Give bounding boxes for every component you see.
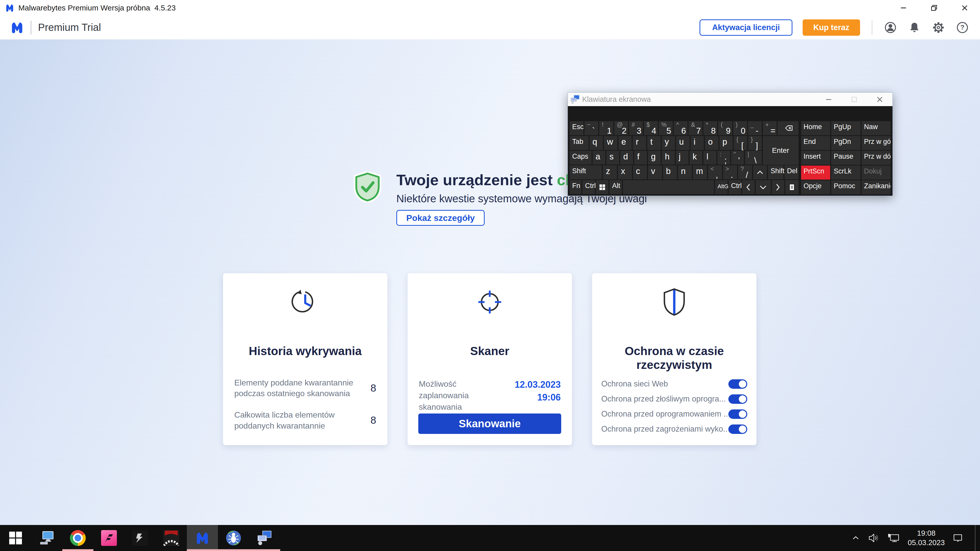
key-9[interactable]: (9 (718, 121, 732, 135)
key-shift-right[interactable]: Shift (768, 165, 783, 179)
taskbar-item-malwarebytes[interactable] (187, 525, 218, 551)
key-h[interactable]: h (662, 151, 675, 165)
key-backslash[interactable]: |\ (745, 151, 762, 165)
key-esc[interactable]: Esc (570, 121, 584, 135)
key-ctrl-left[interactable]: Ctrl (582, 180, 595, 194)
taskbar-item-on-screen-keyboard[interactable] (249, 525, 280, 551)
scan-schedule-datetime[interactable]: 12.03.2023 19:06 (515, 378, 561, 413)
account-icon[interactable] (884, 21, 897, 34)
key-a[interactable]: a (593, 151, 605, 165)
taskbar-item-this-pc[interactable] (31, 525, 62, 551)
key-u[interactable]: u (676, 136, 690, 150)
key-scrlk[interactable]: ScrLk (831, 165, 860, 179)
key-menu[interactable] (785, 180, 799, 194)
tray-show-hidden-icons[interactable] (851, 535, 860, 541)
buy-now-button[interactable]: Kup teraz (803, 19, 860, 36)
key-altgr[interactable]: AltGr (715, 180, 728, 194)
activate-license-button[interactable]: Aktywacja licencji (700, 19, 792, 36)
settings-gear-icon[interactable] (932, 21, 945, 34)
key-o[interactable]: o (705, 136, 718, 150)
key-period[interactable]: >. (723, 165, 737, 179)
key-4[interactable]: $4 (644, 121, 658, 135)
key-pgup[interactable]: PgUp (831, 121, 860, 135)
scan-button[interactable]: Skanowanie (418, 413, 561, 434)
key-windows[interactable] (596, 180, 608, 194)
osk-close-button[interactable] (867, 93, 892, 106)
osk-minimize-button[interactable] (816, 93, 842, 106)
key-slash[interactable]: ?/ (738, 165, 752, 179)
key-alt[interactable]: Alt (609, 180, 622, 194)
key-home[interactable]: Home (801, 121, 830, 135)
window-close-button[interactable] (950, 0, 980, 16)
key-pgdn[interactable]: PgDn (831, 136, 860, 150)
taskbar-item-racing-game[interactable] (156, 525, 187, 551)
key-minus[interactable]: _- (748, 121, 762, 135)
key-shift-left[interactable]: Shift (570, 165, 602, 179)
key-dokuj[interactable]: Dokuj (862, 165, 891, 179)
key-opcje[interactable]: Opcje (801, 180, 830, 194)
malware-protection-toggle[interactable] (729, 394, 747, 404)
key-prtscn[interactable]: PrtScn (801, 165, 830, 179)
key-1[interactable]: !1 (599, 121, 613, 135)
key-arrow-up[interactable] (753, 165, 767, 179)
key-v[interactable]: v (648, 165, 662, 179)
key-pomoc[interactable]: Pomoc (831, 180, 860, 194)
key-5[interactable]: %5 (659, 121, 673, 135)
show-details-button[interactable]: Pokaż szczegóły (396, 210, 485, 226)
key-w[interactable]: w (604, 136, 617, 150)
key-bracket-open[interactable]: {[ (734, 136, 747, 150)
key-backspace[interactable] (778, 121, 798, 135)
show-desktop-button[interactable] (975, 525, 977, 551)
key-t[interactable]: t (647, 136, 661, 150)
key-tab[interactable]: Tab (570, 136, 589, 150)
key-c[interactable]: c (633, 165, 647, 179)
key-fn[interactable]: Fn (570, 180, 581, 194)
key-s[interactable]: s (606, 151, 619, 165)
key-q[interactable]: q (590, 136, 603, 150)
key-g[interactable]: g (648, 151, 661, 165)
taskbar-item-nfs-game[interactable] (124, 525, 156, 551)
web-protection-toggle[interactable] (729, 380, 747, 389)
key-b[interactable]: b (663, 165, 677, 179)
key-d[interactable]: d (620, 151, 633, 165)
key-y[interactable]: y (662, 136, 675, 150)
key-arrow-left[interactable] (742, 180, 755, 194)
taskbar-item-start[interactable] (0, 525, 31, 551)
help-icon[interactable]: ? (956, 21, 969, 34)
window-minimize-button[interactable] (888, 0, 919, 16)
key-del[interactable]: Del (784, 165, 799, 179)
key-scroll-up[interactable]: Prz w górę (862, 136, 891, 150)
window-restore-button[interactable] (919, 0, 950, 16)
key-end[interactable]: End (801, 136, 830, 150)
key-z[interactable]: z (603, 165, 617, 179)
taskbar-item-spybot[interactable] (218, 525, 249, 551)
key-x[interactable]: x (618, 165, 632, 179)
taskbar-item-chrome[interactable] (62, 525, 94, 551)
key-l[interactable]: l (703, 151, 716, 165)
notifications-bell-icon[interactable] (908, 21, 921, 34)
key-m[interactable]: m (693, 165, 707, 179)
action-center-icon[interactable] (953, 534, 963, 543)
key-0[interactable]: )0 (733, 121, 747, 135)
key-ctrl-right[interactable]: Ctrl (729, 180, 741, 194)
key-quote[interactable]: "' (731, 151, 744, 165)
taskbar-item-forza-game[interactable] (94, 525, 124, 551)
network-icon[interactable] (887, 533, 900, 543)
volume-icon[interactable] (868, 533, 880, 543)
key-comma[interactable]: <, (708, 165, 722, 179)
key-zanikanie[interactable]: Zanikanie (862, 180, 891, 194)
key-r[interactable]: r (633, 136, 646, 150)
key-backtick[interactable]: ~` (584, 121, 598, 135)
key-equals[interactable]: += (763, 121, 776, 135)
key-3[interactable]: #3 (629, 121, 643, 135)
key-scroll-down[interactable]: Prz w dół (862, 151, 891, 165)
key-p[interactable]: p (719, 136, 733, 150)
key-naw[interactable]: Naw (862, 121, 891, 135)
exploit-protection-toggle[interactable] (729, 424, 747, 434)
key-semicolon[interactable]: :; (718, 151, 730, 165)
key-k[interactable]: k (690, 151, 702, 165)
key-2[interactable]: @2 (614, 121, 628, 135)
ransomware-protection-toggle[interactable] (729, 410, 747, 419)
key-space[interactable] (623, 180, 714, 194)
key-pause[interactable]: Pause (831, 151, 860, 165)
